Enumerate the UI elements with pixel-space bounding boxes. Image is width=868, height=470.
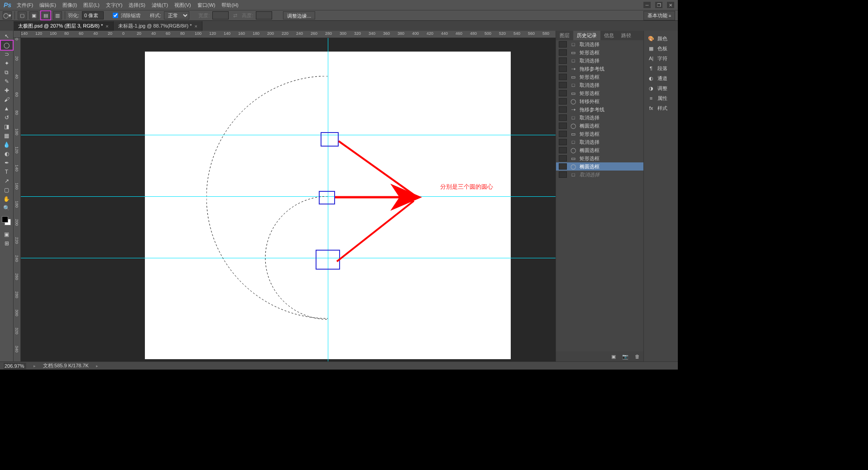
move-tool[interactable]: ↖	[1, 32, 13, 41]
screenmode-tool[interactable]: ⊞	[1, 239, 13, 248]
panel-tab-paths[interactable]: 路径	[618, 31, 635, 40]
path-tool[interactable]: ↗	[1, 176, 13, 185]
rail-item[interactable]: fx样式	[644, 103, 678, 113]
ruler-horizontal[interactable]: 1401201008060402002040608010012014016018…	[21, 31, 556, 38]
menu-window[interactable]: 窗口(W)	[197, 2, 216, 9]
menu-view[interactable]: 视图(V)	[174, 2, 191, 9]
ruler-tick: 40	[151, 31, 156, 36]
history-item[interactable]: □取消选择	[556, 138, 643, 146]
history-item[interactable]: ⇢拖移参考线	[556, 65, 643, 73]
height-label: 高度:	[242, 12, 253, 19]
selection-new-icon[interactable]: ▢	[18, 11, 27, 19]
color-swatches[interactable]	[2, 216, 12, 226]
gradient-tool[interactable]: ▦	[1, 131, 13, 140]
menu-filter[interactable]: 滤镜(T)	[152, 2, 168, 9]
history-brush-tool[interactable]: ↺	[1, 113, 13, 122]
panel-tab-info[interactable]: 信息	[600, 31, 618, 40]
history-item[interactable]: ▭矩形选框	[556, 130, 643, 138]
menu-edit[interactable]: 编辑(E)	[39, 2, 56, 9]
ruler-vertical[interactable]: 0204060801001201401601802002202402602803…	[14, 38, 21, 361]
pen-tool[interactable]: ✒	[1, 158, 13, 167]
marquee-tool[interactable]: ◯	[1, 41, 13, 50]
history-item[interactable]: □取消选择	[556, 57, 643, 65]
feather-input[interactable]	[82, 11, 104, 19]
antialias-checkbox[interactable]	[113, 13, 118, 18]
magic-wand-tool[interactable]: ✦	[1, 59, 13, 68]
hand-tool[interactable]: ✋	[1, 195, 13, 204]
rail-item[interactable]: ▦色板	[644, 43, 678, 53]
selection-add-icon[interactable]: ▣	[29, 11, 38, 19]
workspace-selector[interactable]: 基本功能 ≡	[643, 11, 675, 20]
ruler-tick: 260	[311, 31, 317, 36]
camera-icon[interactable]: 📷	[622, 353, 629, 360]
shape-tool[interactable]: ▢	[1, 185, 13, 195]
quickmask-tool[interactable]: ▣	[1, 230, 13, 239]
rail-item[interactable]: ≡属性	[644, 93, 678, 103]
foreground-color[interactable]	[2, 216, 8, 223]
ruler-tick: 160	[238, 31, 245, 36]
menu-file[interactable]: 文件(F)	[17, 2, 33, 9]
new-snapshot-icon[interactable]: ▣	[610, 353, 617, 360]
history-item[interactable]: ▭矩形选框	[556, 89, 643, 97]
menu-select[interactable]: 选择(S)	[129, 2, 145, 9]
trash-icon[interactable]: 🗑	[633, 353, 641, 360]
history-item[interactable]: ◯椭圆选框	[556, 122, 643, 130]
history-item[interactable]: ◯椭圆选框	[556, 146, 643, 154]
menu-help[interactable]: 帮助(H)	[221, 2, 238, 9]
healing-tool[interactable]: ✚	[1, 86, 13, 95]
history-item[interactable]: ◯转移外框	[556, 97, 643, 105]
ruler-tick: 440	[441, 31, 448, 36]
rail-item[interactable]: ◑调整	[644, 83, 678, 93]
maximize-button[interactable]: ❐	[655, 2, 662, 8]
eraser-tool[interactable]: ◨	[1, 122, 13, 131]
document-tab-1[interactable]: 未标题-1.jpg @ 88.7%(RGB/8#) * ×	[114, 21, 202, 31]
stamp-tool[interactable]: ▲	[1, 104, 13, 113]
rail-item[interactable]: ¶段落	[644, 63, 678, 73]
history-item[interactable]: ⇢拖移参考线	[556, 105, 643, 114]
menu-layer[interactable]: 图层(L)	[83, 2, 99, 9]
brush-tool[interactable]: 🖌	[1, 95, 13, 104]
history-step-label: 取消选择	[580, 139, 599, 146]
minimize-button[interactable]: ─	[643, 2, 651, 8]
refine-edge-button[interactable]: 调整边缘...	[283, 11, 315, 19]
ruler-tick: 200	[14, 219, 19, 226]
ruler-tick: 580	[542, 31, 549, 36]
history-thumb	[559, 155, 567, 161]
selection-intersect-icon[interactable]: ▥	[53, 11, 62, 19]
history-item[interactable]: □取消选择	[556, 114, 643, 122]
style-select[interactable]: 正常	[164, 11, 189, 19]
close-icon[interactable]: ×	[106, 24, 108, 29]
rail-item[interactable]: A|字符	[644, 53, 678, 63]
ruler-tick: 300	[14, 309, 19, 316]
history-item[interactable]: □取消选择	[556, 81, 643, 89]
type-tool[interactable]: T	[1, 167, 13, 176]
zoom-tool[interactable]: 🔍	[1, 204, 13, 213]
history-item[interactable]: □取消选择	[556, 171, 643, 179]
dodge-tool[interactable]: ◐	[1, 149, 13, 158]
panel-tab-history[interactable]: 历史记录	[573, 31, 600, 40]
menu-image[interactable]: 图像(I)	[62, 2, 77, 9]
history-item[interactable]: ◯椭圆选框	[556, 162, 643, 171]
history-step-icon: ⇢	[570, 66, 577, 72]
selection-subtract-icon[interactable]: ▤	[41, 11, 50, 19]
crop-tool[interactable]: ⧉	[1, 68, 13, 77]
history-panel-body[interactable]: □取消选择▭矩形选框□取消选择⇢拖移参考线▭矩形选框□取消选择▭矩形选框◯转移外…	[556, 40, 643, 351]
eyedropper-tool[interactable]: ✎	[1, 77, 13, 86]
history-item[interactable]: ▭矩形选框	[556, 48, 643, 57]
history-thumb	[559, 131, 567, 137]
menu-type[interactable]: 文字(Y)	[106, 2, 123, 9]
rail-item[interactable]: 🎨颜色	[644, 33, 678, 43]
history-item[interactable]: ▭矩形选框	[556, 73, 643, 81]
zoom-field[interactable]	[4, 363, 26, 369]
close-icon[interactable]: ×	[194, 24, 197, 29]
panel-tab-layers[interactable]: 图层	[556, 31, 573, 40]
canvas-viewport[interactable]: 分别是三个圆的圆心	[21, 38, 556, 361]
lasso-tool[interactable]: ⊃	[1, 50, 13, 59]
rail-item[interactable]: ◐通道	[644, 73, 678, 83]
history-item[interactable]: □取消选择	[556, 40, 643, 48]
tool-preset-icon[interactable]: ◯▾	[3, 11, 12, 19]
blur-tool[interactable]: 💧	[1, 140, 13, 149]
document-tab-0[interactable]: 太极图.psd @ 207% (图层 3, RGB/8) * ×	[14, 21, 114, 31]
close-button[interactable]: ✕	[667, 2, 674, 8]
history-item[interactable]: ▭矩形选框	[556, 154, 643, 162]
